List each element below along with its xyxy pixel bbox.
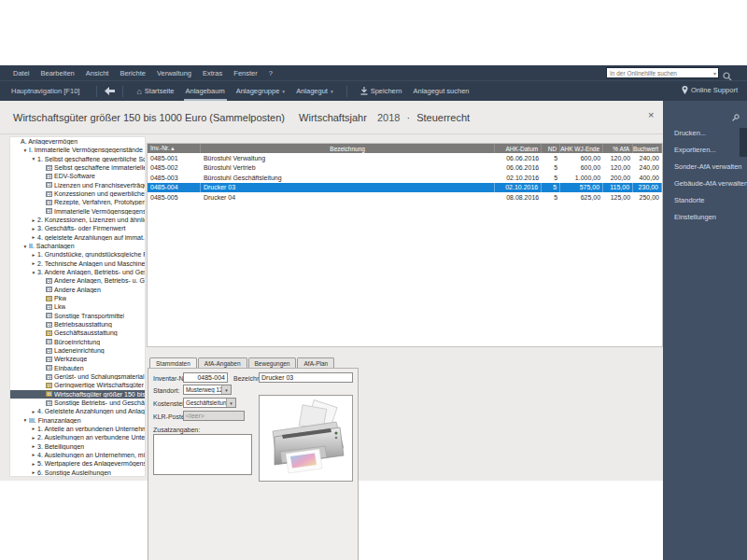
menu-verwaltung[interactable]: Verwaltung [151, 69, 197, 77]
help-search[interactable]: ▾ [606, 67, 719, 78]
anlagebaum-tab[interactable]: Anlagebaum [180, 83, 231, 99]
column-header-ahk-wj-ende[interactable]: AHK WJ-Ende [560, 144, 603, 153]
sidebar-item-gebäude-afa-verwalten[interactable]: Gebäude-AfA verwalten [674, 179, 747, 188]
tree-item-edv-software[interactable]: EDV-Software [10, 172, 145, 180]
table-row[interactable]: 0485-005Drucker 0408.08.20165625,00125,0… [148, 192, 662, 203]
menu-berichte[interactable]: Berichte [114, 69, 151, 77]
kostenstelle-select[interactable]: Geschäftsleitung ▾ [183, 398, 236, 408]
tree-item-büroeinrichtung[interactable]: Büroeinrichtung [10, 338, 145, 346]
tree-expand-icon[interactable]: ▸ [30, 225, 37, 232]
bezeichnung-field[interactable] [259, 372, 353, 383]
table-row[interactable]: 0485-001Bürostuhl Verwaltung06.06.201656… [148, 153, 662, 163]
menu-datei[interactable]: Datei [7, 69, 35, 77]
sidebar-item-standorte[interactable]: Standorte [674, 196, 747, 204]
tree-item-pkw[interactable]: Pkw [10, 294, 145, 302]
tree-item-5-wertpapiere-des-anlagevermögen[interactable]: ▸5. Wertpapiere des Anlagevermögens [10, 459, 145, 468]
tree-expand-icon[interactable]: ▸ [30, 434, 37, 441]
sidebar-handle[interactable] [740, 128, 747, 157]
tree-expand-icon[interactable]: ▸ [30, 442, 37, 450]
pin-icon[interactable] [732, 108, 740, 125]
tree-item-iii-finanzanlagen[interactable]: ▾III. Finanzanlagen [10, 416, 145, 425]
tree-item-andere-anlagen[interactable]: Andere Anlagen [10, 286, 145, 294]
tree-item-4-geleistete-anzahlungen-und-anl[interactable]: ▸4. Geleistete Anzahlungen und Anlagen i… [10, 407, 145, 415]
tree-item-2-ausleihungen-an-verbundene-unt[interactable]: ▸2. Ausleihungen an verbundene Unternehm… [10, 433, 145, 441]
tree-item-rezepte-verfahren-prototypen[interactable]: Rezepte, Verfahren, Prototypen [10, 198, 145, 206]
tree-collapse-icon[interactable]: ▾ [30, 269, 37, 276]
tree-item-1-anteile-an-verbundenen-unterne[interactable]: ▸1. Anteile an verbundenen Unternehmen [10, 425, 145, 433]
close-icon[interactable]: × [648, 109, 654, 120]
chevron-down-icon[interactable]: ▾ [221, 385, 231, 394]
tree-expand-icon[interactable]: ▸ [30, 451, 37, 458]
tab-afa-angaben[interactable]: AfA-Angaben [198, 357, 247, 368]
standort-select[interactable]: Musterweg 125 ▾ [183, 385, 232, 395]
tree-item-sonstige-betriebs-und-geschäftsa[interactable]: Sonstige Betriebs- und Geschäftsausstatt… [10, 399, 145, 407]
tree-item-gerüst-und-schalungsmaterial[interactable]: Gerüst- und Schalungsmaterial [10, 372, 145, 381]
tree-collapse-icon[interactable]: ▾ [21, 416, 29, 424]
speichern-button[interactable]: Speichern [355, 83, 408, 99]
search-icon[interactable] [723, 68, 732, 77]
table-row[interactable]: 0485-002Bürostuhl Vertrieb06.06.20165600… [148, 163, 662, 174]
zusatzangaben-field[interactable] [153, 434, 252, 475]
tree-collapse-icon[interactable]: ▾ [21, 147, 29, 154]
sidebar-item-einstellungen[interactable]: Einstellungen [674, 213, 747, 221]
table-row[interactable]: 0485-004Drucker 0302.10.20165575,00115,0… [148, 183, 662, 193]
tree-collapse-icon[interactable]: ▾ [21, 243, 29, 250]
tree-item-ii-sachanlagen[interactable]: ▾II. Sachanlagen [10, 242, 145, 250]
tree-item-einbauten[interactable]: Einbauten [10, 364, 145, 372]
anlagegruppe-button[interactable]: Anlagegruppe ▾ [231, 83, 290, 99]
tree-expand-icon[interactable]: ▸ [30, 259, 37, 267]
tree-item-1-grundstücke-grundstücksgleiche[interactable]: ▸1. Grundstücke, grundstücksgleiche Rech… [10, 250, 145, 259]
tree-item-betriebsausstattung[interactable]: Betriebsausstattung [10, 320, 145, 329]
tree-item-werkzeuge[interactable]: Werkzeuge [10, 355, 145, 363]
menu-extras[interactable]: Extras [197, 69, 228, 77]
tree-item-i-immaterielle-vermögensgegenstä[interactable]: ▾I. Immaterielle Vermögensgegenstände [10, 146, 145, 154]
column-header-bezeichnung[interactable]: Bezeichnung [201, 144, 495, 153]
tree-item-3-geschäfts-oder-firmenwert[interactable]: ▸3. Geschäfts- oder Firmenwert [10, 224, 145, 232]
tree-item-6-sonstige-ausleihungen[interactable]: ▸6. Sonstige Ausleihungen [10, 468, 145, 476]
tree-item-3-andere-anlagen-betriebs-und-ge[interactable]: ▾3. Andere Anlagen, Betriebs- und Geschä… [10, 268, 145, 276]
tree-expand-icon[interactable]: ▸ [30, 469, 37, 476]
help-search-input[interactable] [607, 70, 713, 77]
tree-item-3-beteiligungen[interactable]: ▸3. Beteiligungen [10, 441, 145, 450]
table-row[interactable]: 0485-003Bürostuhl Geschäftsleitung02.10.… [148, 173, 662, 183]
startseite-button[interactable]: ⌂ Startseite [131, 83, 179, 99]
hauptnavigation-label[interactable]: Hauptnavigation [F10] [11, 87, 79, 95]
menu-bearbeiten[interactable]: Bearbeiten [35, 69, 80, 77]
column-header-inv-nr[interactable]: Inv.-Nr. ▴ [148, 144, 201, 153]
anlagegut-button[interactable]: Anlagegut ▾ [290, 83, 339, 99]
anlagegut-suchen-button[interactable]: Anlagegut suchen [407, 83, 474, 99]
tab-afa-plan[interactable]: AfA-Plan [297, 357, 334, 368]
tree-item-2-technische-anlagen-und-maschin[interactable]: ▸2. Technische Anlagen und Maschinen [10, 259, 145, 268]
column-header-nd[interactable]: ND [542, 144, 560, 153]
tab-bewegungen[interactable]: Bewegungen [248, 357, 297, 368]
tree-item-a-anlagevermögen[interactable]: A. Anlagevermögen [10, 137, 145, 146]
online-support-link[interactable]: Online Support [682, 86, 738, 94]
tree-item-1-selbst-geschaffene-gewerbliche[interactable]: ▾1. Selbst geschaffene gewerbliche Schut… [10, 155, 145, 163]
column-header-buchwert[interactable]: Buchwert [633, 144, 662, 153]
tree-item-geschäftsausstattung[interactable]: Geschäftsausstattung [10, 329, 145, 337]
back-arrow-icon[interactable] [105, 87, 115, 95]
menu-[interactable]: ? [263, 69, 278, 77]
tree-expand-icon[interactable]: ▸ [30, 217, 37, 224]
column-header-ahk-datum[interactable]: AHK-Datum [495, 144, 542, 153]
tree-item-wirtschaftsgüter-größer-150-bis-[interactable]: Wirtschaftsgüter größer 150 bis 1000 Eur… [10, 390, 145, 399]
tree-item-sonstige-transportmittel[interactable]: Sonstige Transportmittel [10, 312, 145, 320]
tree-item-andere-anlagen-betriebs-u-geschä[interactable]: Andere Anlagen, Betriebs- u. Geschäftsau… [10, 276, 145, 285]
menu-ansicht[interactable]: Ansicht [80, 69, 115, 77]
tree-expand-icon[interactable]: ▸ [30, 251, 37, 259]
tree-item-selbst-geschaffene-immaterielle-[interactable]: Selbst geschaffene immaterielle Vermögen… [10, 163, 145, 172]
tree-item-konzessionen-und-gewerbliche-sch[interactable]: Konzessionen und gewerbliche Schutzrecht… [10, 189, 145, 198]
tree-item-4-ausleihungen-an-unternehmen-mi[interactable]: ▸4. Ausleihungen an Unternehmen, mit den… [10, 451, 145, 459]
sidebar-item-sonder-afa-verwalten[interactable]: Sonder-AfA verwalten [674, 162, 747, 171]
sidebar-item-drucken[interactable]: Drucken... [674, 129, 747, 137]
chevron-down-icon[interactable]: ▾ [713, 70, 718, 77]
tree-item-ladeneinrichtung[interactable]: Ladeneinrichtung [10, 346, 145, 355]
sidebar-item-exportieren[interactable]: Exportieren... [674, 146, 747, 154]
inventar-nr-field[interactable] [183, 372, 228, 383]
tree-item-2-konzessionen-lizenzen-und-ähnl[interactable]: ▸2. Konzessionen, Lizenzen und ähnliche … [10, 216, 145, 224]
tree-expand-icon[interactable]: ▸ [30, 408, 37, 415]
tree-item-geringwertige-wirtschaftsgüter[interactable]: Geringwertige Wirtschaftsgüter [10, 381, 145, 389]
menu-fenster[interactable]: Fenster [228, 69, 262, 77]
year-value[interactable]: 2018 [377, 112, 400, 123]
tree-item-immaterielle-vermögensgegenständ[interactable]: Immaterielle Vermögensgegenstände in Ent… [10, 207, 145, 216]
